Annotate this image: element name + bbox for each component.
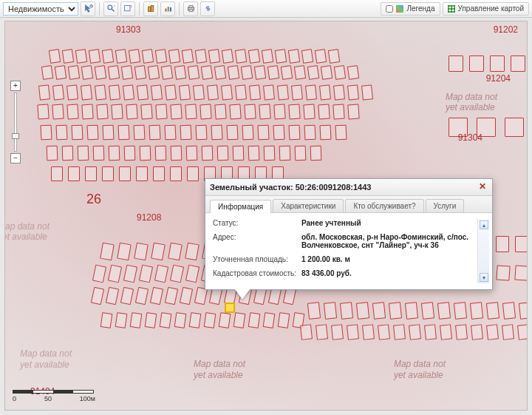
cadastral-parcel[interactable] [78, 146, 89, 161]
cadastral-parcel[interactable] [174, 312, 187, 328]
cadastral-parcel[interactable] [170, 166, 182, 181]
cadastral-parcel[interactable] [219, 312, 231, 328]
cadastral-parcel[interactable] [93, 146, 105, 161]
cadastral-parcel[interactable] [193, 84, 205, 100]
cadastral-parcel[interactable] [319, 84, 331, 100]
cadastral-parcel[interactable] [378, 324, 390, 340]
cadastral-parcel[interactable] [235, 49, 247, 64]
cadastral-parcel[interactable] [470, 302, 483, 320]
cadastral-parcel[interactable] [95, 84, 106, 100]
cadastral-parcel[interactable] [81, 84, 92, 100]
cadastral-parcel[interactable] [259, 104, 270, 120]
cadastral-parcel[interactable] [449, 55, 463, 72]
cadastral-parcel[interactable] [248, 312, 261, 328]
cadastral-parcel[interactable] [241, 65, 253, 80]
cadastral-parcel[interactable] [62, 49, 74, 64]
cadastral-parcel[interactable] [340, 302, 353, 320]
cadastral-parcel[interactable] [310, 146, 322, 161]
cadastral-parcel[interactable] [405, 302, 418, 320]
cadastral-parcel[interactable] [496, 236, 509, 252]
cadastral-parcel[interactable] [100, 312, 113, 328]
cadastral-parcel[interactable] [207, 84, 219, 100]
cadastral-parcel[interactable] [490, 55, 505, 72]
cadastral-parcel[interactable] [201, 65, 213, 80]
cadastral-parcel[interactable] [38, 84, 50, 100]
zoom-slider-handle[interactable] [12, 133, 19, 139]
cadastral-parcel[interactable] [185, 104, 197, 120]
cadastral-parcel[interactable] [262, 49, 273, 64]
cadastral-parcel[interactable] [130, 312, 143, 328]
cadastral-parcel[interactable] [233, 312, 246, 328]
cadastral-parcel[interactable] [307, 65, 319, 80]
cadastral-parcel[interactable] [55, 125, 67, 141]
cadastral-parcel[interactable] [109, 84, 120, 100]
cadastral-parcel[interactable] [409, 324, 421, 340]
cadastral-parcel[interactable] [142, 49, 154, 64]
cadastral-parcel[interactable] [115, 49, 127, 64]
cadastral-parcel[interactable] [277, 84, 289, 100]
cadastral-parcel[interactable] [133, 125, 145, 141]
cadastral-parcel[interactable] [102, 166, 114, 181]
cadastral-parcel[interactable] [267, 65, 279, 80]
cadastral-parcel[interactable] [437, 302, 451, 320]
cadastral-parcel[interactable] [51, 166, 63, 181]
cadastral-parcel[interactable] [95, 65, 106, 80]
cadastral-parcel[interactable] [155, 49, 167, 64]
cadastral-parcel[interactable] [454, 302, 467, 320]
cadastral-parcel[interactable] [347, 104, 359, 120]
cadastral-parcel[interactable] [140, 146, 151, 161]
cadastral-parcel[interactable] [511, 55, 525, 72]
cadastral-parcel[interactable] [168, 49, 180, 64]
cadastral-parcel[interactable] [179, 84, 191, 100]
cadastral-parcel[interactable] [189, 312, 202, 328]
cadastral-parcel[interactable] [321, 65, 332, 80]
cadastral-parcel[interactable] [148, 65, 160, 80]
cadastral-parcel[interactable] [208, 49, 220, 64]
popup-header[interactable]: Земельный участок: 50:26:0091208:1443 ✕ [205, 179, 492, 196]
popup-scrollbar[interactable]: ▴ ▾ [477, 219, 489, 283]
cadastral-parcel[interactable] [229, 104, 241, 120]
layer-dropdown[interactable]: Недвижимость [3, 2, 78, 16]
cadastral-parcel[interactable] [81, 65, 93, 80]
cadastral-parcel[interactable] [307, 302, 321, 320]
cadastral-parcel[interactable] [170, 104, 182, 120]
cadastral-parcel[interactable] [86, 125, 98, 141]
cadastral-parcel[interactable] [278, 312, 290, 328]
cadastral-parcel[interactable] [52, 84, 64, 100]
cadastral-parcel[interactable] [273, 104, 285, 120]
cadastral-parcel[interactable] [316, 324, 328, 340]
cadastral-parcel[interactable] [171, 146, 183, 161]
tab-uslugi[interactable]: Услуги [426, 199, 465, 212]
cadastral-parcel[interactable] [123, 84, 134, 100]
cadastral-parcel[interactable] [119, 166, 131, 181]
cadastral-parcel[interactable] [47, 146, 58, 161]
cadastral-parcel[interactable] [389, 302, 402, 320]
cadastral-parcel[interactable] [279, 146, 291, 161]
cadastral-parcel[interactable] [264, 146, 276, 161]
cadastral-parcel[interactable] [89, 49, 100, 64]
cadastral-parcel[interactable] [249, 84, 261, 100]
cadastral-parcel[interactable] [356, 302, 369, 320]
cadastral-parcel[interactable] [226, 125, 238, 141]
selected-parcel-marker[interactable] [225, 303, 235, 313]
cadastral-parcel[interactable] [111, 104, 123, 120]
cadastral-parcel[interactable] [517, 324, 528, 340]
cadastral-parcel[interactable] [202, 146, 214, 161]
cadastral-parcel[interactable] [301, 49, 313, 64]
tab-service[interactable]: Кто обслуживает? [345, 199, 423, 212]
cadastral-parcel[interactable] [174, 65, 186, 80]
cadastral-parcel[interactable] [263, 312, 276, 328]
cadastral-parcel[interactable] [102, 125, 114, 141]
cadastral-parcel[interactable] [121, 65, 133, 80]
cadastral-parcel[interactable] [108, 65, 120, 80]
cadastral-parcel[interactable] [136, 166, 148, 181]
cadastral-parcel[interactable] [273, 125, 284, 141]
cadastral-parcel[interactable] [295, 146, 307, 161]
cadastral-parcel[interactable] [331, 324, 344, 340]
cadastral-parcel[interactable] [149, 125, 160, 141]
tab-information[interactable]: Информация [210, 200, 271, 213]
cadastral-parcel[interactable] [62, 146, 74, 161]
cadastral-parcel[interactable] [155, 104, 167, 120]
cadastral-parcel[interactable] [455, 324, 468, 340]
cadastral-parcel[interactable] [300, 324, 313, 340]
